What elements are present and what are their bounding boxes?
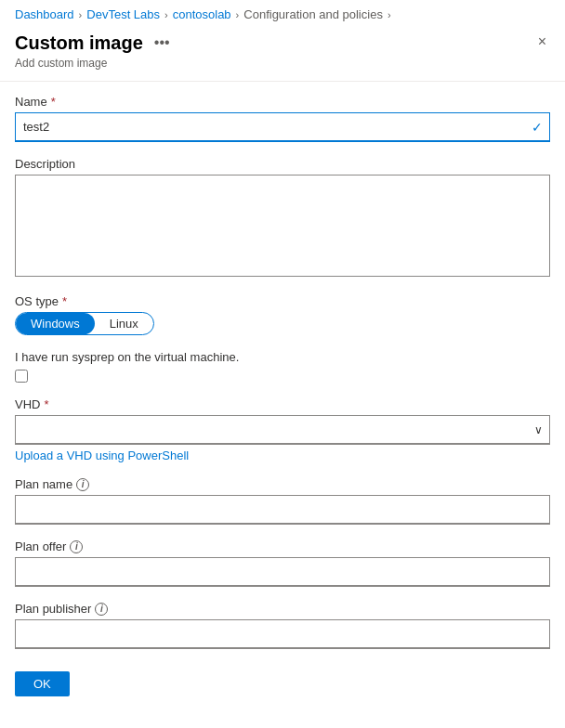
plan-publisher-label-text: Plan publisher: [15, 602, 91, 616]
plan-offer-field: Plan offer i: [15, 540, 550, 587]
sysprep-field: I have run sysprep on the virtual machin…: [15, 350, 550, 383]
panel-title-area: Custom image •••: [15, 31, 174, 55]
breadcrumb-config: Configuration and policies: [243, 7, 383, 21]
plan-publisher-info-icon[interactable]: i: [95, 603, 108, 616]
panel-title: Custom image: [15, 31, 143, 55]
vhd-field: VHD * ∨ Upload a VHD using PowerShell: [15, 397, 550, 462]
vhd-label-text: VHD: [15, 397, 40, 411]
plan-name-label: Plan name i: [15, 477, 550, 491]
os-linux-option[interactable]: Linux: [95, 313, 153, 334]
os-type-label-text: OS type: [15, 294, 59, 308]
sysprep-label: I have run sysprep on the virtual machin…: [15, 350, 550, 364]
name-required-star: *: [51, 95, 56, 109]
description-input[interactable]: [15, 175, 550, 277]
plan-publisher-input[interactable]: [15, 619, 550, 649]
breadcrumb: Dashboard › DevTest Labs › contosolab › …: [0, 0, 565, 27]
plan-offer-info-icon[interactable]: i: [70, 540, 83, 553]
panel-subtitle: Add custom image: [0, 55, 565, 81]
description-label-text: Description: [15, 157, 75, 171]
os-type-toggle: Windows Linux: [15, 312, 154, 335]
os-type-field: OS type * Windows Linux: [15, 294, 550, 335]
vhd-dropdown[interactable]: [15, 415, 550, 445]
plan-offer-input[interactable]: [15, 557, 550, 587]
description-label: Description: [15, 157, 550, 171]
form-content: Name * ✓ Description OS type * Windows L: [0, 95, 565, 711]
name-input[interactable]: [15, 112, 550, 142]
sysprep-checkbox-wrapper: [15, 370, 550, 383]
breadcrumb-sep-4: ›: [388, 9, 391, 20]
breadcrumb-sep-3: ›: [236, 9, 240, 20]
vhd-required-star: *: [44, 397, 48, 411]
name-label-text: Name: [15, 95, 47, 109]
panel-header: Custom image ••• ×: [0, 27, 565, 55]
plan-offer-label: Plan offer i: [15, 540, 550, 553]
plan-name-label-text: Plan name: [15, 477, 72, 491]
name-checkmark-icon: ✓: [532, 120, 543, 135]
header-divider: [0, 81, 565, 82]
sysprep-checkbox[interactable]: [15, 370, 28, 383]
plan-name-info-icon[interactable]: i: [76, 478, 89, 491]
description-field: Description: [15, 157, 550, 280]
name-input-wrapper: ✓: [15, 112, 550, 142]
os-type-required-star: *: [62, 294, 67, 308]
breadcrumb-contosolab[interactable]: contosolab: [173, 7, 231, 21]
breadcrumb-sep-2: ›: [164, 9, 168, 20]
plan-offer-label-text: Plan offer: [15, 540, 66, 553]
os-type-label: OS type *: [15, 294, 550, 308]
page-container: Dashboard › DevTest Labs › contosolab › …: [0, 0, 565, 728]
close-button[interactable]: ×: [534, 31, 550, 53]
sysprep-row: I have run sysprep on the virtual machin…: [15, 350, 550, 383]
breadcrumb-sep-1: ›: [79, 9, 83, 20]
os-windows-option[interactable]: Windows: [16, 313, 95, 334]
name-field: Name * ✓: [15, 95, 550, 142]
more-options-button[interactable]: •••: [151, 32, 174, 53]
ok-button[interactable]: OK: [15, 671, 70, 696]
plan-publisher-field: Plan publisher i: [15, 602, 550, 649]
vhd-label: VHD *: [15, 397, 550, 411]
upload-vhd-link[interactable]: Upload a VHD using PowerShell: [15, 448, 189, 462]
name-label: Name *: [15, 95, 550, 109]
plan-publisher-label: Plan publisher i: [15, 602, 550, 616]
plan-name-input[interactable]: [15, 495, 550, 525]
vhd-dropdown-wrapper: ∨: [15, 415, 550, 445]
plan-name-field: Plan name i: [15, 477, 550, 525]
breadcrumb-dashboard[interactable]: Dashboard: [15, 7, 74, 21]
breadcrumb-devtest[interactable]: DevTest Labs: [86, 7, 160, 21]
